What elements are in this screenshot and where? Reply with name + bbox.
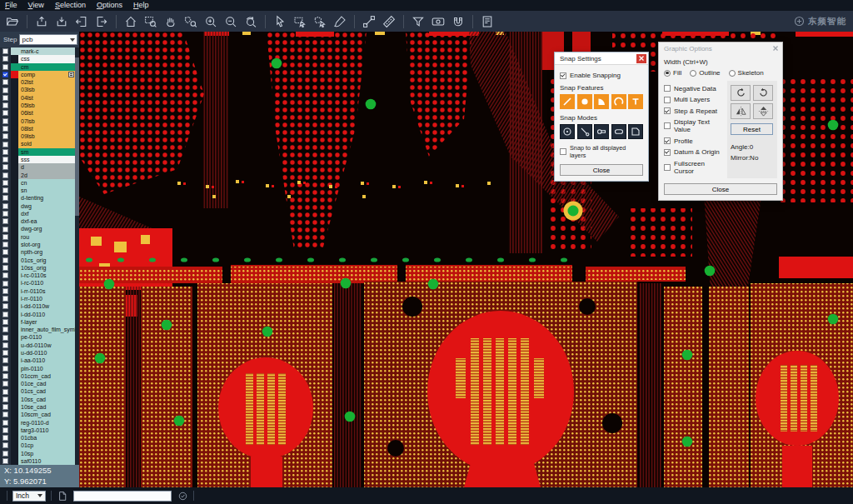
layer-row-10ss_orig[interactable]: 10ss_orig [0,264,75,272]
layer-row-dwg[interactable]: dwg [0,202,75,210]
measure-distance-button[interactable] [360,12,378,30]
layer-row-02lst[interactable]: 02lst [0,78,75,86]
layer-row-01ccm_cad[interactable]: 01ccm_cad [0,372,75,380]
save-up-button[interactable] [32,12,51,30]
layer-row-u-dd-0110w[interactable]: u-dd-0110w [0,342,75,349]
rotate-cw-button[interactable] [731,85,751,101]
layer-visibility-checkbox[interactable] [2,110,8,116]
layer-row-i-rr-0110s[interactable]: i-rr-0110s [0,287,75,295]
layer-visibility-checkbox[interactable] [2,218,8,224]
pan-hand-button[interactable] [162,12,180,30]
width-radio-outline[interactable]: Outline [690,69,720,77]
layer-visibility-checkbox[interactable] [2,327,8,332]
graphic-dialog-close-icon[interactable] [771,44,781,53]
unit-select[interactable]: Inch [12,491,46,502]
layer-row-dwg-org[interactable]: dwg-org [0,225,75,232]
layer-row-saf0110[interactable]: saf0110 [0,457,75,465]
save-down-button[interactable] [52,12,71,30]
snap-feature-line-button[interactable] [560,94,575,109]
snap-magnet-button[interactable] [449,12,467,30]
layer-row-dxf-ea[interactable]: dxf-ea [0,217,75,225]
layer-visibility-checkbox[interactable] [2,265,8,271]
layer-visibility-checkbox[interactable] [2,133,8,139]
layer-visibility-checkbox[interactable] [2,288,8,294]
layer-visibility-checkbox[interactable] [2,157,8,162]
layer-visibility-checkbox[interactable] [2,373,8,379]
datum-origin-checkbox[interactable]: Datum & Origin [664,148,724,156]
layer-visibility-checkbox[interactable] [2,319,8,325]
layer-row-03lsb[interactable]: 03lsb [0,86,75,93]
layer-visibility-checkbox[interactable] [2,195,8,201]
multi-layers-checkbox[interactable]: Multi Layers [664,96,724,103]
layer-row-reg-0110-d[interactable]: reg-0110-d [0,419,75,427]
step-select[interactable]: pcb [19,34,77,45]
layer-visibility-checkbox[interactable] [2,180,8,186]
layer-row-pe-0110[interactable]: pe-0110 [0,333,75,341]
menu-selection[interactable]: Selection [55,0,86,11]
layer-row-10sp[interactable]: 10sp [0,450,75,457]
layer-visibility-checkbox[interactable] [2,296,8,302]
report-list-button[interactable] [478,12,496,30]
layer-visibility-checkbox[interactable] [2,257,8,263]
layer-row-d[interactable]: d [0,163,75,171]
layer-visibility-checkbox[interactable] [2,87,8,93]
layer-visibility-checkbox[interactable] [2,381,8,387]
enable-snapping-checkbox[interactable]: Enable Snapping [560,72,643,79]
snap-mode-slot-button[interactable] [611,124,626,139]
layer-row-sss[interactable]: sss [0,156,75,163]
layer-row-sm[interactable]: sm [0,148,75,156]
graphic-dialog-title-bar[interactable]: Graphic Options [659,42,782,54]
layer-visibility-checkbox[interactable] [2,95,8,101]
layer-visibility-checkbox[interactable] [2,142,8,147]
select-polygon-button[interactable] [311,12,329,30]
layer-row-dxf[interactable]: dxf [0,210,75,217]
layer-visibility-checkbox[interactable] [2,172,8,178]
zoom-window-button[interactable] [142,12,160,30]
snap-close-button[interactable]: Close [560,164,643,176]
snap-dialog-close-icon[interactable] [636,54,646,63]
layer-row-i-rc-0110s[interactable]: i-rc-0110s [0,272,75,279]
menu-help[interactable]: Help [133,0,149,11]
layer-row-05lsb[interactable]: 05lsb [0,102,75,109]
layer-visibility-checkbox[interactable] [2,404,8,410]
layer-visibility-checkbox[interactable] [2,442,8,448]
home-view-button[interactable] [122,12,140,30]
layer-row-comp[interactable]: comp [0,71,75,78]
snap-dialog-title-bar[interactable]: Snap Settings [555,52,648,65]
layer-visibility-checkbox[interactable] [2,187,8,193]
import-file-button[interactable] [72,12,91,30]
snap-feature-arc-button[interactable] [611,94,626,109]
layer-row-10ss_cad[interactable]: 10ss_cad [0,396,75,403]
layer-row-01cs_cad[interactable]: 01cs_cad [0,387,75,395]
snap-all-layers-checkbox[interactable]: Snap to all displayed layers [560,144,643,159]
layer-row-01ce_cad[interactable]: 01ce_cad [0,380,75,387]
layer-visibility-checkbox[interactable] [2,303,8,309]
snap-mode-center-button[interactable] [560,124,575,139]
layer-row-inner_auto_film_symb[interactable]: inner_auto_film_symb [0,326,75,333]
layer-visibility-checkbox[interactable] [2,64,8,70]
layer-row-i-rr-0110[interactable]: i-rr-0110 [0,295,75,302]
graphic-close-button[interactable]: Close [664,183,777,195]
layer-visibility-checkbox[interactable] [2,420,8,426]
layer-row-i-aa-0110[interactable]: i-aa-0110 [0,357,75,364]
layer-visibility-checkbox[interactable] [2,164,8,170]
layer-row-07lsb[interactable]: 07lsb [0,117,75,125]
highlight-brush-button[interactable] [331,12,349,30]
layer-row-08lst[interactable]: 08lst [0,125,75,132]
menu-view[interactable]: View [28,0,44,11]
layer-visibility-checkbox[interactable] [2,79,8,85]
fullscreen-cursor-checkbox[interactable]: Fullscreen Cursor [664,160,724,175]
flip-horizontal-button[interactable] [731,103,751,119]
layer-visibility-checkbox[interactable] [2,242,8,247]
layer-row-u-dd-0110[interactable]: u-dd-0110 [0,349,75,357]
width-radio-fill[interactable]: Fill [664,69,681,77]
layer-visibility-checkbox[interactable] [2,56,8,62]
negative-data-checkbox[interactable]: Negative Data [664,85,724,92]
layer-row-09lsb[interactable]: 09lsb [0,132,75,140]
flip-vertical-button[interactable] [753,103,773,119]
rotate-ccw-button[interactable] [753,85,773,101]
layer-badge-icon[interactable] [68,72,74,77]
layer-row-i-rc-0110[interactable]: i-rc-0110 [0,279,75,287]
layer-visibility-checkbox[interactable] [2,366,8,372]
layer-visibility-checkbox[interactable] [2,272,8,278]
